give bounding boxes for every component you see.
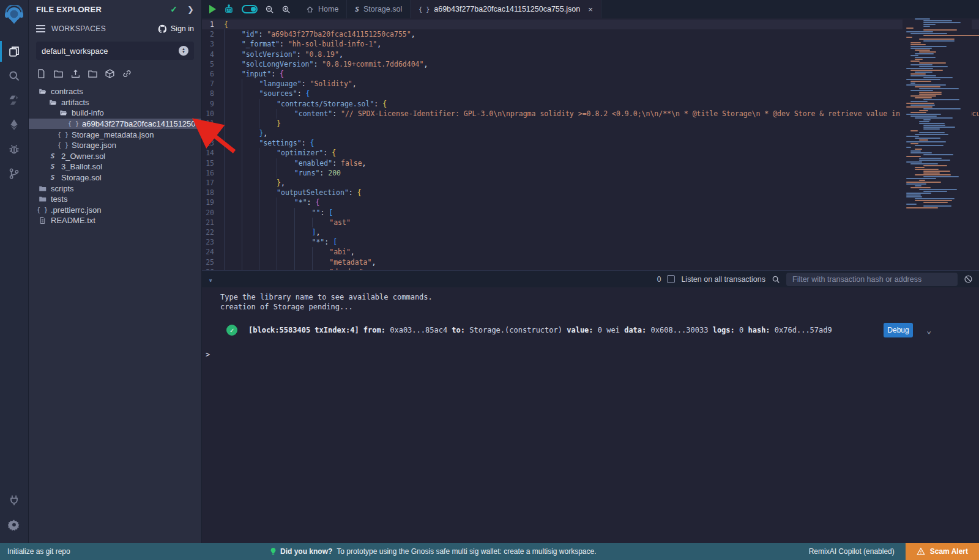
gear-icon (8, 518, 20, 531)
solidity-icon: S (48, 174, 58, 182)
remix-logo-icon[interactable] (4, 5, 24, 26)
sidebar-item-git[interactable] (0, 161, 29, 186)
terminal-header: ⌄⌄ 0 Listen on all transactions (202, 270, 979, 287)
workspace-select[interactable]: default_workspace ▲▼ (36, 42, 194, 60)
tree-item[interactable]: contracts (29, 86, 201, 97)
zoom-in-icon[interactable] (281, 5, 291, 14)
remix-ide-window: FILE EXPLORER ✓ ❯ WORKSPACES Sign in def… (0, 0, 979, 560)
editor-line: 17 }, (202, 178, 979, 188)
tree-item[interactable]: S 2_Owner.sol (29, 151, 201, 162)
json-icon: { } (69, 120, 78, 127)
upload-file-icon[interactable] (70, 68, 81, 81)
tree-item[interactable]: README.txt (29, 215, 201, 226)
tree-item[interactable]: { } .prettierrc.json (29, 205, 201, 216)
tab-Storage.sol[interactable]: SStorage.sol (347, 0, 411, 18)
github-icon (158, 24, 167, 34)
new-file-icon[interactable] (36, 68, 47, 81)
lightbulb-icon (270, 548, 276, 555)
editor-line: 24 "abi", (202, 247, 979, 257)
sidebar-item-file-explorer[interactable] (0, 39, 29, 64)
tree-item[interactable]: S Storage.sol (29, 172, 201, 183)
ethereum-icon (8, 119, 20, 131)
tree-item[interactable]: S 3_Ballot.sol (29, 161, 201, 172)
collapse-panel-icon[interactable]: ❯ (187, 5, 194, 14)
clear-console-icon[interactable] (964, 274, 973, 284)
link-icon[interactable] (122, 68, 132, 81)
git-init-button[interactable]: Initialize as git repo (7, 547, 270, 556)
tree-item[interactable]: scripts (29, 183, 201, 194)
sidebar-item-settings[interactable] (0, 512, 29, 537)
terminal[interactable]: Type the library name to see available c… (202, 287, 979, 543)
tab-Home[interactable]: Home (298, 0, 347, 18)
tree-item[interactable]: tests (29, 194, 201, 205)
select-arrows-icon: ▲▼ (179, 46, 188, 56)
plug-icon (8, 494, 20, 506)
expand-terminal-icon[interactable]: ⌄⌄ (208, 278, 213, 280)
terminal-prompt[interactable]: > (206, 350, 979, 359)
panel-title: FILE EXPLORER (36, 5, 170, 14)
workspace-menu-icon[interactable] (36, 25, 45, 32)
editor-line: 2 "id": "a69b43f277ba20fcac141151250ca75… (202, 29, 979, 39)
close-tab-icon[interactable]: × (588, 5, 593, 14)
tab-a69b43f277ba20fcac141151250ca755.json[interactable]: { }a69b43f277ba20fcac141151250ca755.json… (411, 0, 601, 18)
json-icon: { } (37, 207, 47, 213)
sidebar-item-search[interactable] (0, 64, 29, 88)
code-editor[interactable]: 1{ 2 "id": "a69b43f277ba20fcac141151250c… (202, 18, 979, 270)
folder-open-icon (48, 98, 58, 106)
sidebar-item-plugin-manager[interactable] (0, 488, 29, 512)
terminal-search-icon (772, 275, 780, 284)
editor-line: 4 "solcVersion": "0.8.19", (202, 50, 979, 59)
status-check-icon: ✓ (170, 4, 177, 14)
git-branch-icon (8, 168, 20, 180)
tree-item[interactable]: artifacts (29, 97, 201, 108)
scam-alert-button[interactable]: Scam Alert (906, 543, 979, 560)
copilot-toggle[interactable] (242, 5, 258, 13)
editor-line: 10 "content": "// SPDX-License-Identifie… (202, 109, 979, 119)
copilot-status[interactable]: RemixAI Copilot (enabled) (809, 547, 895, 556)
status-bar: Initialize as git repo Did you know? To … (0, 543, 979, 560)
editor-line: 11 } (202, 119, 979, 128)
editor-line: 13 "settings": { (202, 138, 979, 148)
editor-line: 15 "enabled": false, (202, 158, 979, 168)
zoom-out-icon[interactable] (265, 5, 274, 14)
tree-item[interactable]: build-info (29, 108, 201, 119)
editor-line: 6 "input": { (202, 69, 979, 79)
did-you-know-tip: Did you know? To prototype using the Gno… (270, 547, 597, 556)
tree-item[interactable]: { } a69b43f277ba20fcac141151250ca7... (29, 119, 201, 130)
new-folder-icon[interactable] (53, 68, 64, 81)
minimap[interactable] (903, 18, 972, 270)
file-icon (37, 216, 47, 224)
run-script-button[interactable] (209, 5, 216, 13)
files-icon (8, 45, 20, 57)
ipfs-box-icon[interactable] (105, 68, 115, 81)
listen-all-label: Listen on all transactions (681, 275, 765, 284)
debug-button[interactable]: Debug (884, 323, 913, 337)
tx-log-text: [block:5583405 txIndex:4] from: 0xa03...… (248, 326, 832, 334)
file-tree: contracts artifacts build-info { } a69b4… (29, 86, 201, 226)
listen-all-checkbox[interactable] (667, 275, 675, 283)
transaction-log-row[interactable]: ✓ [block:5583405 txIndex:4] from: 0xa03.… (220, 325, 979, 336)
sidebar-item-deploy-run[interactable] (0, 112, 29, 137)
ai-copilot-icon[interactable] (223, 4, 234, 15)
editor-line: 12 }, (202, 128, 979, 138)
solidity-icon (8, 94, 20, 106)
sign-in-button[interactable]: Sign in (158, 24, 194, 34)
upload-folder-icon[interactable] (87, 68, 98, 81)
folder-open-icon (58, 109, 68, 117)
tree-item[interactable]: { } Storage.json (29, 140, 201, 151)
editor-line: 26 "devdoc", (202, 267, 979, 270)
sidebar-item-solidity-compiler[interactable] (0, 88, 29, 112)
terminal-line: creation of Storage pending... (220, 302, 979, 312)
search-icon (8, 70, 20, 82)
editor-line: 3 "_format": "hh-sol-build-info-1", (202, 39, 979, 49)
folder-icon (37, 195, 47, 203)
tree-item[interactable]: { } Storage_metadata.json (29, 129, 201, 140)
tx-expand-icon[interactable]: ⌄ (926, 326, 931, 335)
editor-line: 19 "*": { (202, 197, 979, 207)
json-icon: { } (58, 131, 68, 138)
sidebar-item-debugger[interactable] (0, 137, 29, 161)
folder-open-icon (37, 87, 47, 95)
editor-line: 5 "solcLongVersion": "0.8.19+commit.7dd6… (202, 59, 979, 69)
solidity-icon: S (48, 163, 58, 171)
tx-filter-input[interactable] (786, 273, 958, 286)
